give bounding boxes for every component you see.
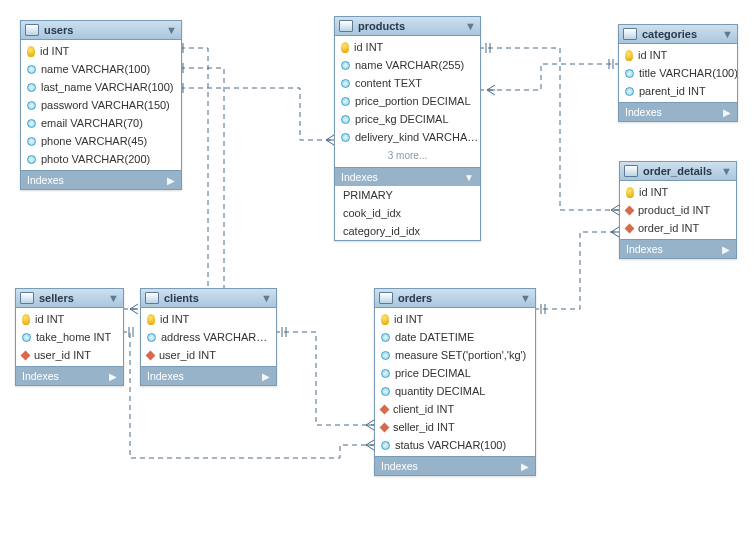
column-label: order_id INT — [638, 222, 699, 234]
collapse-icon[interactable]: ▼ — [166, 24, 177, 36]
table-column[interactable]: email VARCHAR(70) — [21, 114, 181, 132]
table-column[interactable]: phone VARCHAR(45) — [21, 132, 181, 150]
table-column[interactable]: delivery_kind VARCHA… — [335, 128, 480, 146]
table-column[interactable]: title VARCHAR(100) — [619, 64, 737, 82]
table-column[interactable]: date DATETIME — [375, 328, 535, 346]
indexes-bar[interactable]: Indexes▶ — [141, 366, 276, 385]
chevron-right-icon: ▶ — [109, 371, 117, 382]
table-column[interactable]: content TEXT — [335, 74, 480, 92]
table-icon — [624, 165, 638, 177]
table-column[interactable]: name VARCHAR(255) — [335, 56, 480, 74]
table-column[interactable]: user_id INT — [16, 346, 123, 364]
column-label: seller_id INT — [393, 421, 455, 433]
indexes-bar[interactable]: Indexes▼ — [335, 167, 480, 186]
table-column[interactable]: product_id INT — [620, 201, 736, 219]
indexes-bar[interactable]: Indexes▶ — [375, 456, 535, 475]
table-column[interactable]: order_id INT — [620, 219, 736, 237]
table-column[interactable]: seller_id INT — [375, 418, 535, 436]
table-column[interactable]: id INT — [620, 183, 736, 201]
table-column[interactable]: id INT — [16, 310, 123, 328]
table-column[interactable]: id INT — [375, 310, 535, 328]
table-categories[interactable]: categories▼id INTtitle VARCHAR(100)paren… — [618, 24, 738, 122]
column-label: quantity DECIMAL — [395, 385, 485, 397]
table-column[interactable]: id INT — [335, 38, 480, 56]
column-label: user_id INT — [159, 349, 216, 361]
table-column[interactable]: address VARCHAR… — [141, 328, 276, 346]
table-column[interactable]: parent_id INT — [619, 82, 737, 100]
table-title: orders — [398, 292, 432, 304]
column-label: id INT — [354, 41, 383, 53]
collapse-icon[interactable]: ▼ — [108, 292, 119, 304]
table-column[interactable]: measure SET('portion','kg') — [375, 346, 535, 364]
collapse-icon[interactable]: ▼ — [261, 292, 272, 304]
collapse-icon[interactable]: ▼ — [465, 20, 476, 32]
table-header[interactable]: clients▼ — [141, 289, 276, 308]
indexes-label: Indexes — [381, 460, 418, 472]
table-sellers[interactable]: sellers▼id INTtake_home INTuser_id INTIn… — [15, 288, 124, 386]
collapse-icon[interactable]: ▼ — [722, 28, 733, 40]
table-order_details[interactable]: order_details▼id INTproduct_id INTorder_… — [619, 161, 737, 259]
indexes-label: Indexes — [626, 243, 663, 255]
collapse-icon[interactable]: ▼ — [721, 165, 732, 177]
column-list: id INTname VARCHAR(255)content TEXTprice… — [335, 36, 480, 167]
table-column[interactable]: price_kg DECIMAL — [335, 110, 480, 128]
table-column[interactable]: client_id INT — [375, 400, 535, 418]
table-column[interactable]: status VARCHAR(100) — [375, 436, 535, 454]
table-header[interactable]: products▼ — [335, 17, 480, 36]
index-list: PRIMARYcook_id_idxcategory_id_idx — [335, 186, 480, 240]
indexes-bar[interactable]: Indexes▶ — [619, 102, 737, 121]
column-icon — [27, 83, 36, 92]
table-column[interactable]: name VARCHAR(100) — [21, 60, 181, 78]
index-item[interactable]: category_id_idx — [335, 222, 480, 240]
table-column[interactable]: password VARCHAR(150) — [21, 96, 181, 114]
primary-key-icon — [147, 314, 155, 325]
column-icon — [341, 61, 350, 70]
indexes-bar[interactable]: Indexes▶ — [620, 239, 736, 258]
column-icon — [625, 69, 634, 78]
table-column[interactable]: price_portion DECIMAL — [335, 92, 480, 110]
column-label: id INT — [394, 313, 423, 325]
table-column[interactable]: last_name VARCHAR(100) — [21, 78, 181, 96]
column-label: address VARCHAR… — [161, 331, 267, 343]
column-label: name VARCHAR(100) — [41, 63, 150, 75]
table-users[interactable]: users▼id INTname VARCHAR(100)last_name V… — [20, 20, 182, 190]
table-products[interactable]: products▼id INTname VARCHAR(255)content … — [334, 16, 481, 241]
column-label: id INT — [35, 313, 64, 325]
table-header[interactable]: categories▼ — [619, 25, 737, 44]
index-item[interactable]: cook_id_idx — [335, 204, 480, 222]
column-label: client_id INT — [393, 403, 454, 415]
table-header[interactable]: orders▼ — [375, 289, 535, 308]
more-columns[interactable]: 3 more... — [335, 146, 480, 165]
table-column[interactable]: user_id INT — [141, 346, 276, 364]
column-list: id INTtake_home INTuser_id INT — [16, 308, 123, 366]
primary-key-icon — [626, 187, 634, 198]
primary-key-icon — [625, 50, 633, 61]
collapse-icon[interactable]: ▼ — [520, 292, 531, 304]
chevron-down-icon: ▼ — [464, 172, 474, 183]
table-column[interactable]: take_home INT — [16, 328, 123, 346]
table-column[interactable]: quantity DECIMAL — [375, 382, 535, 400]
table-column[interactable]: id INT — [141, 310, 276, 328]
column-icon — [381, 441, 390, 450]
column-label: date DATETIME — [395, 331, 474, 343]
indexes-bar[interactable]: Indexes▶ — [16, 366, 123, 385]
table-clients[interactable]: clients▼id INTaddress VARCHAR…user_id IN… — [140, 288, 277, 386]
table-column[interactable]: price DECIMAL — [375, 364, 535, 382]
table-column[interactable]: photo VARCHAR(200) — [21, 150, 181, 168]
table-column[interactable]: id INT — [21, 42, 181, 60]
column-label: take_home INT — [36, 331, 111, 343]
column-label: delivery_kind VARCHA… — [355, 131, 478, 143]
column-icon — [341, 115, 350, 124]
table-header[interactable]: sellers▼ — [16, 289, 123, 308]
table-icon — [25, 24, 39, 36]
table-orders[interactable]: orders▼id INTdate DATETIMEmeasure SET('p… — [374, 288, 536, 476]
table-header[interactable]: order_details▼ — [620, 162, 736, 181]
column-list: id INTdate DATETIMEmeasure SET('portion'… — [375, 308, 535, 456]
table-header[interactable]: users▼ — [21, 21, 181, 40]
table-column[interactable]: id INT — [619, 46, 737, 64]
indexes-bar[interactable]: Indexes▶ — [21, 170, 181, 189]
indexes-label: Indexes — [22, 370, 59, 382]
table-icon — [379, 292, 393, 304]
column-list: id INTtitle VARCHAR(100)parent_id INT — [619, 44, 737, 102]
index-item[interactable]: PRIMARY — [335, 186, 480, 204]
